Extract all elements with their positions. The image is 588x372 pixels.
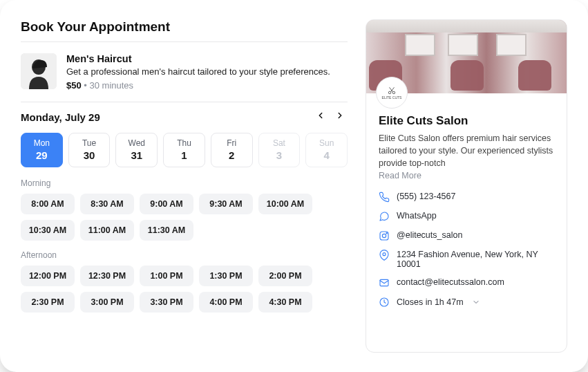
day-option[interactable]: Wed31 — [115, 133, 158, 167]
prev-week-button[interactable] — [313, 109, 328, 124]
day-number: 30 — [69, 149, 110, 161]
clock-icon — [379, 297, 390, 308]
map-pin-icon — [379, 250, 390, 261]
svg-point-2 — [388, 91, 391, 94]
divider — [21, 102, 348, 102]
salon-name: Elite Cuts Salon — [379, 114, 554, 128]
email-text: contact@elitecutssalon.com — [397, 277, 504, 287]
read-more-link[interactable]: Read More — [379, 171, 554, 180]
time-slot[interactable]: 9:00 AM — [140, 194, 193, 214]
day-number: 1 — [164, 149, 205, 161]
booking-panel: Book Your Appointment Men's Haircut Get … — [21, 19, 348, 353]
svg-point-6 — [386, 233, 387, 234]
day-option[interactable]: Tue30 — [68, 133, 111, 167]
whatsapp-row[interactable]: WhatsApp — [379, 211, 554, 222]
next-week-button[interactable] — [332, 109, 348, 124]
email-row[interactable]: contact@elitecutssalon.com — [379, 277, 554, 288]
salon-contact-list: (555) 123-4567 WhatsApp @elitecuts_salon — [379, 192, 554, 308]
whatsapp-text: WhatsApp — [397, 211, 437, 221]
chevron-down-icon — [472, 298, 480, 306]
time-slot[interactable]: 9:30 AM — [199, 194, 253, 214]
service-meta: $50 • 30 minutes — [66, 80, 330, 91]
service-title: Men's Haircut — [66, 53, 330, 64]
day-option[interactable]: Thu1 — [163, 133, 205, 167]
time-slot[interactable]: 10:00 AM — [258, 194, 312, 214]
day-number: 3 — [259, 149, 300, 161]
day-of-week: Sat — [259, 138, 300, 148]
time-slot[interactable]: 1:30 PM — [199, 266, 253, 286]
svg-point-5 — [382, 234, 386, 238]
phone-text: (555) 123-4567 — [397, 192, 455, 201]
time-slot[interactable]: 11:00 AM — [80, 220, 134, 241]
chevron-right-icon — [335, 111, 345, 123]
day-number: 31 — [116, 149, 157, 161]
hours-text: Closes in 1h 47m — [397, 297, 464, 307]
whatsapp-icon — [379, 211, 390, 222]
page-title: Book Your Appointment — [21, 19, 348, 35]
day-number: 4 — [306, 149, 347, 161]
selected-date-label: Monday, July 29 — [21, 111, 100, 123]
time-slot[interactable]: 8:30 AM — [80, 194, 134, 214]
salon-logo-text: ELITE CUTS — [382, 96, 402, 100]
service-card: Men's Haircut Get a professional men's h… — [21, 42, 348, 102]
day-of-week: Fri — [211, 138, 252, 148]
day-of-week: Wed — [116, 138, 157, 148]
time-slot-grid: 12:00 PM12:30 PM1:00 PM1:30 PM2:00 PM2:3… — [21, 266, 348, 313]
service-duration: 30 minutes — [89, 80, 133, 91]
svg-point-3 — [392, 91, 395, 94]
time-section-label: Afternoon — [21, 250, 348, 260]
time-slot[interactable]: 3:30 PM — [140, 292, 193, 313]
svg-point-7 — [383, 253, 386, 256]
day-option: Sun4 — [305, 133, 348, 167]
address-row[interactable]: 1234 Fashion Avenue, New York, NY 10001 — [379, 250, 554, 269]
time-slot[interactable]: 10:30 AM — [21, 220, 75, 241]
instagram-row[interactable]: @elitecuts_salon — [379, 230, 554, 241]
day-picker: Mon29Tue30Wed31Thu1Fri2Sat3Sun4 — [21, 133, 348, 167]
day-of-week: Tue — [69, 138, 110, 148]
address-text: 1234 Fashion Avenue, New York, NY 10001 — [397, 250, 554, 269]
time-slot[interactable]: 8:00 AM — [21, 194, 75, 214]
service-thumbnail — [21, 53, 57, 89]
salon-logo: ELITE CUTS — [376, 77, 408, 109]
time-sections: Morning8:00 AM8:30 AM9:00 AM9:30 AM10:00… — [21, 178, 348, 313]
chevron-left-icon — [316, 111, 325, 123]
time-slot[interactable]: 2:00 PM — [258, 266, 312, 286]
service-info: Men's Haircut Get a professional men's h… — [66, 53, 330, 91]
instagram-icon — [379, 230, 390, 241]
hours-row[interactable]: Closes in 1h 47m — [379, 297, 554, 308]
day-option[interactable]: Fri2 — [211, 133, 253, 167]
day-of-week: Mon — [21, 138, 62, 148]
time-slot[interactable]: 11:30 AM — [140, 220, 193, 241]
day-of-week: Thu — [164, 138, 205, 148]
mail-icon — [379, 277, 390, 288]
meta-separator: • — [82, 80, 90, 91]
time-slot[interactable]: 4:00 PM — [199, 292, 253, 313]
time-slot[interactable]: 2:30 PM — [21, 292, 75, 313]
time-slot-grid: 8:00 AM8:30 AM9:00 AM9:30 AM10:00 AM10:3… — [21, 194, 348, 241]
time-slot[interactable]: 12:00 PM — [21, 266, 75, 286]
booking-app: Book Your Appointment Men's Haircut Get … — [0, 0, 588, 372]
time-section-label: Morning — [21, 178, 348, 188]
time-slot[interactable]: 4:30 PM — [258, 292, 312, 313]
day-number: 2 — [211, 149, 252, 161]
day-number: 29 — [21, 149, 62, 161]
time-slot[interactable]: 3:00 PM — [80, 292, 134, 313]
day-option: Sat3 — [258, 133, 301, 167]
service-price: $50 — [66, 80, 82, 91]
salon-info-card: ELITE CUTS Elite Cuts Salon Elite Cuts S… — [366, 19, 567, 353]
phone-row[interactable]: (555) 123-4567 — [379, 192, 554, 203]
salon-cover-image: ELITE CUTS — [366, 20, 567, 93]
salon-description: Elite Cuts Salon offers premium hair ser… — [379, 132, 554, 169]
phone-icon — [379, 192, 390, 203]
day-option[interactable]: Mon29 — [21, 133, 63, 167]
service-description: Get a professional men's haircut tailore… — [66, 66, 330, 77]
day-of-week: Sun — [306, 138, 347, 148]
time-slot[interactable]: 12:30 PM — [80, 266, 134, 286]
instagram-text: @elitecuts_salon — [397, 230, 462, 240]
time-slot[interactable]: 1:00 PM — [140, 266, 193, 286]
